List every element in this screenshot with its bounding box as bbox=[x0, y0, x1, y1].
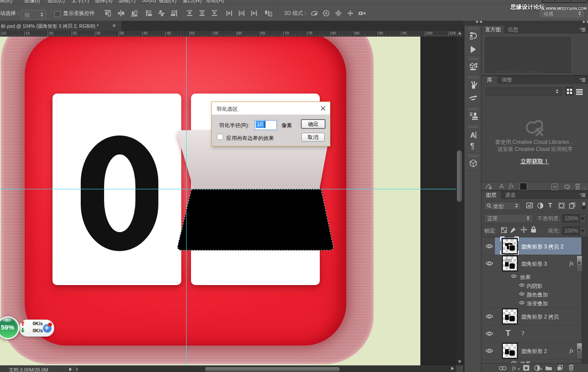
svg-text:¶: ¶ bbox=[470, 142, 475, 150]
svg-text:A: A bbox=[470, 132, 476, 139]
